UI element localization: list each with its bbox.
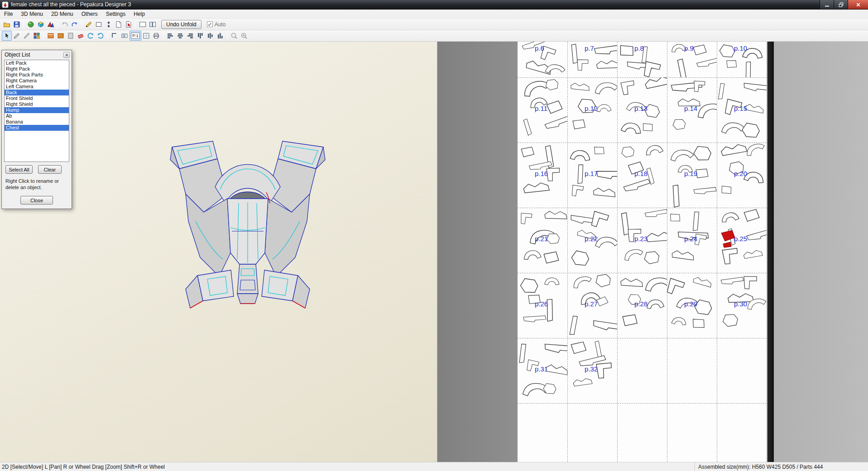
pattern-page[interactable]: p.19 (667, 143, 717, 208)
pattern-page[interactable]: p.23 (617, 208, 667, 273)
p1-badge-icon[interactable]: P:1 (129, 31, 141, 41)
object-list-item[interactable]: Right Pack (5, 66, 69, 72)
pane-3d-icon[interactable] (138, 19, 148, 29)
flip-updown-icon[interactable] (104, 19, 114, 29)
menu-item-help[interactable]: Help (129, 10, 149, 18)
redo-icon[interactable] (70, 19, 80, 29)
pattern-page[interactable]: p.26 (518, 273, 567, 338)
pattern-page[interactable]: p.24 (667, 208, 717, 273)
edit-pen-icon[interactable] (84, 19, 94, 29)
menu-item-others[interactable]: Others (77, 10, 102, 18)
pattern-page[interactable]: p.28 (617, 273, 667, 338)
book-open-icon[interactable] (46, 31, 56, 41)
corner-bracket-icon[interactable] (110, 31, 120, 41)
align-left-icon[interactable] (165, 31, 175, 41)
restore-button[interactable] (834, 0, 848, 9)
menu-item-settings[interactable]: Settings (102, 10, 129, 18)
object-list-dialog-titlebar[interactable]: Object List (2, 50, 72, 59)
object-list-item[interactable]: Ab (5, 113, 69, 119)
pan-tool-icon[interactable] (239, 31, 249, 41)
view-model-icon[interactable] (46, 19, 56, 29)
pattern-page[interactable]: p.8 (617, 42, 667, 77)
eraser-icon[interactable] (76, 31, 86, 41)
align-center-h-icon[interactable] (175, 31, 185, 41)
pattern-page[interactable]: p.17 (567, 143, 617, 208)
pattern-page[interactable]: p.12 (567, 77, 617, 143)
zoom-tool-icon[interactable] (229, 31, 239, 41)
menu-item-3d-menu[interactable]: 3D Menu (17, 10, 47, 18)
edit-pen-2d-icon[interactable] (12, 31, 22, 41)
pattern-page[interactable]: p.15 (717, 77, 767, 143)
pattern-page[interactable] (667, 403, 717, 462)
object-list-item[interactable]: Hump (5, 107, 69, 113)
menu-item-file[interactable]: File (0, 10, 17, 18)
join-parts-icon[interactable] (120, 31, 129, 41)
pattern-page[interactable]: p.9 (667, 42, 717, 77)
pattern-page[interactable]: p.31 (518, 338, 567, 403)
cut-icon[interactable] (22, 31, 32, 41)
pattern-page[interactable]: p.14 (667, 77, 717, 143)
pattern-page[interactable] (717, 338, 767, 403)
view-solid-icon[interactable] (36, 19, 46, 29)
paint-icon[interactable] (32, 31, 42, 41)
object-list-item[interactable]: Left Camera (5, 84, 69, 90)
pattern-page[interactable] (617, 338, 667, 403)
pattern-page[interactable]: p.20 (717, 143, 767, 208)
rotate-left-icon[interactable] (86, 31, 96, 41)
pattern-page[interactable] (667, 338, 717, 403)
object-list-item[interactable]: Right Pack Parts (5, 72, 69, 78)
align-bottom-icon[interactable] (215, 31, 225, 41)
undo-unfold-button[interactable]: Undo Unfold (161, 20, 201, 29)
title-bar[interactable]: female chest all the pieced - Pepakura D… (0, 0, 868, 10)
pattern-page[interactable]: p.27 (567, 273, 617, 338)
undo-icon[interactable] (60, 19, 70, 29)
pattern-pages-sheet[interactable]: p.6p.7p.8p.9p.10p.11p.12p.13p.14p.15p.16… (518, 42, 767, 462)
view-texture-icon[interactable] (26, 19, 36, 29)
object-list-item[interactable]: Chest (5, 125, 69, 131)
pattern-page[interactable] (717, 403, 767, 462)
pattern-page[interactable]: p.10 (717, 42, 767, 77)
pattern-page[interactable]: p.7 (567, 42, 617, 77)
pattern-page[interactable]: p.13 (617, 77, 667, 143)
pattern-page[interactable]: p.30 (717, 273, 767, 338)
save-icon[interactable] (12, 19, 22, 29)
object-list[interactable]: Left PackRight PackRight Pack PartsRight… (4, 60, 69, 162)
minimize-button[interactable] (820, 0, 834, 9)
book-edit-icon[interactable] (56, 31, 66, 41)
page-icon[interactable] (114, 19, 124, 29)
viewport-3d[interactable]: Object List Left PackRight PackRight Pac… (0, 42, 437, 462)
rotate-right-icon[interactable] (96, 31, 106, 41)
object-list-item[interactable]: Banana (5, 119, 69, 125)
open-folder-icon[interactable] (2, 19, 12, 29)
align-right-icon[interactable] (185, 31, 195, 41)
pattern-page[interactable] (617, 403, 667, 462)
pattern-area-2d[interactable]: p.6p.7p.8p.9p.10p.11p.12p.13p.14p.15p.16… (437, 42, 868, 462)
object-list-item[interactable]: Front Shield (5, 95, 69, 101)
layout-icon[interactable] (141, 31, 151, 41)
select-arrow-icon[interactable] (2, 31, 12, 41)
pattern-page[interactable]: p.22 (567, 208, 617, 273)
dialog-close-icon[interactable] (63, 52, 70, 58)
close-button[interactable] (848, 0, 868, 9)
pattern-page[interactable]: p.32 (567, 338, 617, 403)
pattern-page[interactable]: p.18 (617, 143, 667, 208)
pattern-page[interactable] (518, 403, 567, 462)
pattern-page[interactable]: p.25 (717, 208, 767, 273)
object-list-item[interactable]: Right Camera (5, 78, 69, 84)
pattern-page[interactable]: p.16 (518, 143, 567, 208)
object-list-item[interactable]: Left Pack (5, 60, 69, 66)
page-gray-icon[interactable] (66, 31, 76, 41)
align-top-icon[interactable] (195, 31, 205, 41)
pattern-page[interactable]: p.11 (518, 77, 567, 143)
object-list-item[interactable]: Back (5, 90, 69, 95)
auto-checkbox[interactable] (207, 21, 213, 27)
align-middle-v-icon[interactable] (205, 31, 215, 41)
pane-2d-icon[interactable] (148, 19, 158, 29)
select-all-button[interactable]: Select All (5, 165, 33, 174)
pattern-page[interactable]: p.21 (518, 208, 567, 273)
pattern-page[interactable]: p.6 (518, 42, 567, 77)
edit-box-icon[interactable] (94, 19, 104, 29)
pattern-page[interactable]: p.29 (667, 273, 717, 338)
close-dialog-button[interactable]: Close (20, 196, 53, 205)
clear-button[interactable]: Clear (38, 165, 62, 174)
